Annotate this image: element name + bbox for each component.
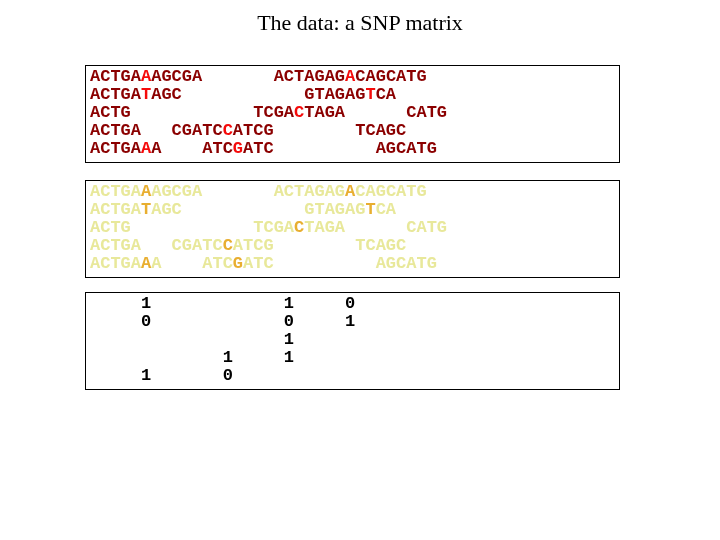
bin-cell: 1 <box>284 294 294 313</box>
seq-row: ACTGAAAGCGA ACTAGAGACAGCATG <box>90 183 615 201</box>
bin-row: 1 <box>90 331 615 349</box>
seq-mid: AGCGA <box>151 67 202 86</box>
seq-row: ACTGA CGATCCATCG TCAGC <box>90 122 615 140</box>
panel-sequences-faded: ACTGAAAGCGA ACTAGAGACAGCATG ACTGATAGC GT… <box>85 180 620 278</box>
gap <box>202 67 273 86</box>
page-title: The data: a SNP matrix <box>0 0 720 36</box>
bin-row: 1 1 <box>90 349 615 367</box>
seq-row: ACTGAAAGCGA ACTAGAGACAGCATG <box>90 68 615 86</box>
seq-right: CAGCATG <box>355 67 426 86</box>
bin-row: 0 0 1 <box>90 313 615 331</box>
seq-row: ACTGATAGC GTAGAGTCA <box>90 86 615 104</box>
bin-row: 1 0 <box>90 367 615 385</box>
seq-mid2: ACTAGAG <box>274 67 345 86</box>
bin-row: 1 1 0 <box>90 295 615 313</box>
panel-sequences-highlighted: ACTGAAAGCGA ACTAGAGACAGCATG ACTGATAGC GT… <box>85 65 620 163</box>
seq-row: ACTGA CGATCCATCG TCAGC <box>90 237 615 255</box>
seq-row: ACTGAAA ATCGATC AGCATG <box>90 140 615 158</box>
seq-row: ACTG TCGACTAGA CATG <box>90 104 615 122</box>
seq-row: ACTGAAA ATCGATC AGCATG <box>90 255 615 273</box>
panel-binary-matrix: 1 1 0 0 0 1 1 1 1 1 0 <box>85 292 620 390</box>
seq-snp: A <box>345 67 355 86</box>
seq-snp: A <box>141 67 151 86</box>
bin-cell: 1 <box>141 294 151 313</box>
seq-row: ACTG TCGACTAGA CATG <box>90 219 615 237</box>
seq-left: ACTGA <box>90 67 141 86</box>
bin-cell: 0 <box>345 294 355 313</box>
seq-row: ACTGATAGC GTAGAGTCA <box>90 201 615 219</box>
